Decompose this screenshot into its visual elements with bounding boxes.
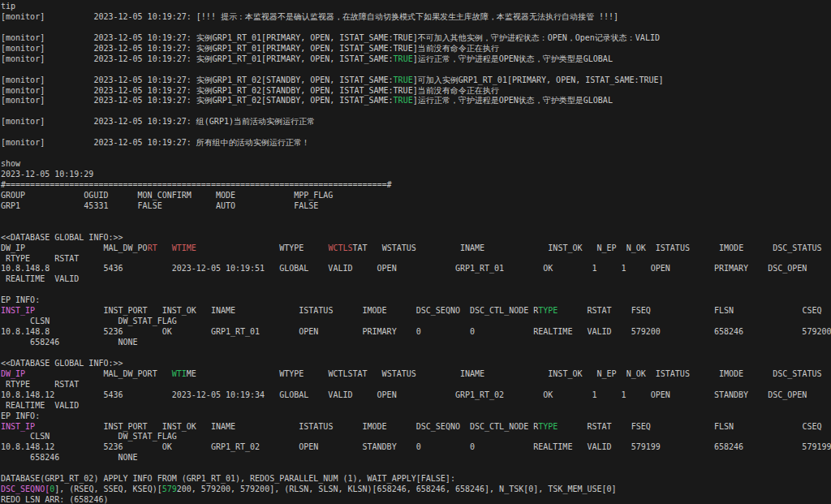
terminal-line: EP INFO: (1, 411, 831, 422)
terminal-line: INST_IP INST_PORT INST_OK INAME ISTATUS … (1, 306, 831, 317)
text-segment: [monitor] 2023-12-05 10:19:27: 实例GRP1_RT… (1, 86, 499, 95)
text-segment: [monitor] 2023-12-05 10:19:27: 实例GRP1_RT… (1, 44, 499, 53)
text-segment: RSTAT FSEQ FLSN CSEQ (558, 306, 821, 315)
terminal-line: #=======================================… (1, 180, 831, 191)
terminal-line: [monitor] 2023-12-05 10:19:27: 组(GRP1)当前… (1, 117, 831, 127)
text-segment: 658246 NONE (1, 453, 138, 462)
text-segment: ME WTYPE WCTLSTAT WSTATUS INAME INST_OK … (187, 369, 822, 378)
terminal-line: DATABASE(GRP1_RT_02) APPLY INFO FROM (GR… (1, 474, 831, 485)
terminal-line: DW_IP MAL_DW_PORT WTIME WTYPE WCTLSTAT W… (1, 243, 831, 254)
text-segment: GROUP OGUID MON_CONFIRM MODE MPP_FLAG (1, 191, 333, 200)
text-segment: RTYPE RSTAT (1, 254, 79, 263)
text-segment: tip (1, 2, 15, 11)
terminal-line: 10.8.148.12 5236 OK GRP1_RT_02 OPEN STAN… (1, 442, 831, 453)
text-segment: ]运行正常，守护进程是OPEN状态，守护类型是GLOBAL (413, 54, 613, 63)
text-segment: MAL_DW_PORT (25, 369, 172, 378)
terminal-line: CLSN DW_STAT_FLAG (1, 432, 831, 442)
text-segment: show (1, 159, 20, 168)
text-segment: DW_IP (1, 369, 25, 378)
terminal-line: 10.8.148.12 5436 2023-12-05 10:19:34 GLO… (1, 390, 831, 401)
text-segment: 579 (162, 485, 177, 493)
text-segment: GRP1 45331 FALSE AUTO FALSE (1, 201, 318, 210)
text-segment: ]可加入实例GRP1_RT_01[PRIMARY, OPEN, ISTAT_SA… (413, 75, 664, 84)
terminal-line: [monitor] 2023-12-05 10:19:27: 实例GRP1_RT… (1, 44, 831, 54)
terminal-line: [monitor] 2023-12-05 10:19:27: [!!! 提示：本… (1, 12, 831, 23)
text-segment: ], (RSEQ, SSEQ, KSEQ)[ (54, 485, 161, 493)
text-segment: [monitor] 2023-12-05 10:19:27: 实例GRP1_RT… (1, 96, 394, 105)
terminal-line: [monitor] 2023-12-05 10:19:27: 实例GRP1_RT… (1, 54, 831, 65)
terminal-line: [monitor] 2023-12-05 10:19:27: 实例GRP1_RT… (1, 86, 831, 97)
text-segment: <<DATABASE GLOBAL INFO:>> (1, 359, 123, 368)
terminal-line: show (1, 159, 831, 170)
terminal-line: 658246 NONE (1, 453, 831, 463)
text-segment: 200, 579200, 579200], (RLSN, SLSN, KLSN)… (177, 485, 617, 493)
text-segment: DATABASE(GRP1_RT_02) APPLY INFO FROM (GR… (1, 474, 455, 483)
text-segment: DW_IP MAL_DW_PO (1, 243, 148, 252)
terminal-line: RTYPE RSTAT (1, 380, 831, 390)
terminal-line (1, 285, 831, 295)
text-segment: INST_IP (1, 422, 35, 431)
terminal-line (1, 222, 831, 233)
text-segment: WTIME (172, 243, 196, 252)
terminal-line: CLSN DW_STAT_FLAG (1, 317, 831, 327)
terminal-output[interactable]: tip[monitor] 2023-12-05 10:19:27: [!!! 提… (0, 0, 831, 504)
text-segment: TRUE (394, 96, 413, 105)
text-segment: CLSN DW_STAT_FLAG (1, 317, 177, 325)
text-segment: INST_PORT INST_OK INAME ISTATUS IMODE DS… (35, 306, 538, 315)
text-segment: 10.8.148.12 5436 2023-12-05 10:19:34 GLO… (1, 390, 807, 399)
terminal-line: REALTIME VALID (1, 401, 831, 411)
terminal-line: <<DATABASE GLOBAL INFO:>> (1, 359, 831, 369)
terminal-line (1, 212, 831, 222)
text-segment: EP INFO: (1, 295, 40, 304)
terminal-line: [monitor] 2023-12-05 10:19:27: 实例GRP1_RT… (1, 75, 831, 86)
terminal-line: 10.8.148.8 5436 2023-12-05 10:19:51 GLOB… (1, 264, 831, 274)
text-segment: <<DATABASE GLOBAL INFO:>> (1, 233, 123, 242)
text-segment: 658246 NONE (1, 338, 138, 347)
terminal-line: REALTIME VALID (1, 274, 831, 285)
terminal-line: 658246 NONE (1, 338, 831, 348)
terminal-line: RTYPE RSTAT (1, 254, 831, 265)
text-segment: [monitor] 2023-12-05 10:19:27: 组(GRP1)当前… (1, 117, 315, 126)
terminal-line: DSC_SEQNO[0], (RSEQ, SSEQ, KSEQ)[579200,… (1, 485, 831, 495)
text-segment: WTI (172, 369, 187, 378)
text-segment: TYPE (538, 422, 558, 431)
text-segment: [monitor] 2023-12-05 10:19:27: 实例GRP1_RT… (1, 33, 660, 42)
text-segment: TAT WSTATUS INAME INST_OK N_EP N_OK ISTA… (353, 243, 822, 252)
text-segment: 2023-12-05 10:19:29 (1, 170, 93, 179)
text-segment: TRUE (394, 54, 413, 63)
terminal-line: 10.8.148.8 5236 OK GRP1_RT_01 OPEN PRIMA… (1, 327, 831, 338)
text-segment: 10.8.148.12 5236 OK GRP1_RT_02 OPEN STAN… (1, 442, 831, 451)
terminal-line: EP INFO: (1, 295, 831, 306)
terminal-line (1, 348, 831, 359)
text-segment: #=======================================… (1, 180, 392, 189)
text-segment: [monitor] 2023-12-05 10:19:27: 所有组中的活动实例… (1, 138, 310, 147)
text-segment: 10.8.148.8 5236 OK GRP1_RT_01 OPEN PRIMA… (1, 327, 831, 336)
text-segment: [monitor] 2023-12-05 10:19:27: 实例GRP1_RT… (1, 75, 394, 84)
text-segment: REALTIME VALID (1, 401, 79, 410)
terminal-line (1, 65, 831, 75)
text-segment: RSTAT FSEQ FLSN CSEQ (558, 422, 821, 431)
terminal-line (1, 127, 831, 138)
text-segment: CLSN DW_STAT_FLAG (1, 432, 177, 441)
text-segment: REDO_LSN_ARR: (658246) (1, 495, 108, 504)
text-segment: RTYPE RSTAT (1, 380, 79, 389)
text-segment: REALTIME VALID (1, 274, 79, 283)
text-segment: TRUE (394, 75, 413, 84)
terminal-line: [monitor] 2023-12-05 10:19:27: 所有组中的活动实例… (1, 138, 831, 149)
text-segment: WTYPE (196, 243, 329, 252)
text-segment: EP INFO: (1, 411, 40, 420)
terminal-line (1, 463, 831, 474)
text-segment: TYPE (538, 306, 558, 315)
terminal-line: [monitor] 2023-12-05 10:19:27: 实例GRP1_RT… (1, 33, 831, 44)
text-segment: WCTLS (328, 243, 352, 252)
text-segment: INST_PORT INST_OK INAME ISTATUS IMODE DS… (35, 422, 538, 431)
text-segment: [monitor] 2023-12-05 10:19:27: 实例GRP1_RT… (1, 54, 394, 63)
text-segment: DSC_SEQNO[ (1, 485, 50, 493)
terminal-line: INST_IP INST_PORT INST_OK INAME ISTATUS … (1, 422, 831, 433)
terminal-line: 2023-12-05 10:19:29 (1, 170, 831, 180)
text-segment: ]运行正常，守护进程是OPEN状态，守护类型是GLOBAL (413, 96, 613, 105)
terminal-line: GRP1 45331 FALSE AUTO FALSE (1, 201, 831, 212)
text-segment (157, 243, 172, 252)
terminal-line (1, 149, 831, 159)
text-segment: INST_IP (1, 306, 35, 315)
